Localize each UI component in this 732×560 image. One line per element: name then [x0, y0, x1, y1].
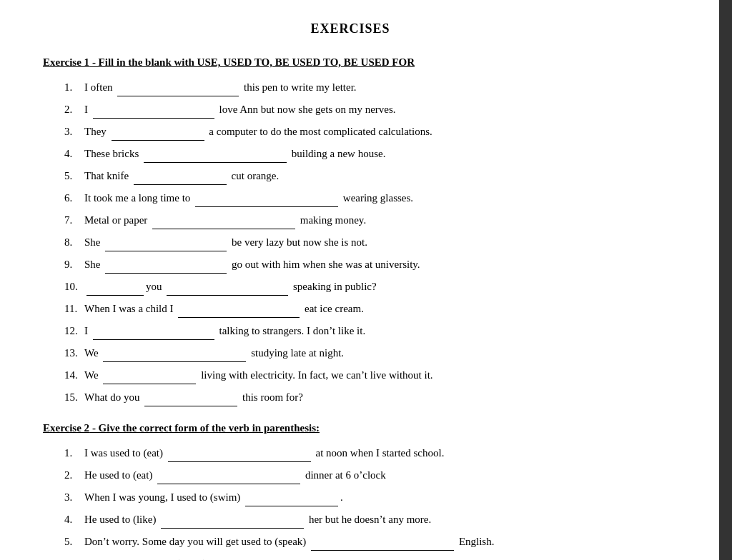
- item-num: 13.: [64, 344, 84, 361]
- list-item: 8.She be very lazy but now she is not.: [64, 234, 658, 251]
- item-num: 4.: [64, 145, 84, 162]
- item-num: 1.: [64, 79, 84, 96]
- list-item: 5.Don’t worry. Some day you will get use…: [64, 533, 658, 551]
- blank-field[interactable]: [93, 322, 214, 340]
- blank-field[interactable]: [212, 555, 305, 560]
- item-num: 15.: [64, 389, 84, 406]
- list-item: 4.These bricks building a new house.: [64, 145, 658, 163]
- blank-field[interactable]: [105, 256, 227, 274]
- blank-field[interactable]: [152, 211, 295, 229]
- exercise2-instruction: - Give the correct form of the verb in p…: [89, 422, 320, 434]
- blank-field[interactable]: [117, 79, 239, 96]
- list-item: 4.He used to (like) her but he doesn’t a…: [64, 511, 658, 529]
- list-item: 11.When I was a child I eat ice cream.: [64, 300, 658, 318]
- exercise1-label: Exercise 1: [43, 56, 89, 68]
- blank-field[interactable]: [144, 145, 287, 163]
- list-item: 1.I was used to (eat) at noon when I sta…: [64, 444, 658, 462]
- blank-field[interactable]: [86, 278, 144, 296]
- blank-field[interactable]: [105, 234, 227, 251]
- item-num: 11.: [64, 300, 84, 317]
- exercise1-list: 1.I often this pen to write my letter. 2…: [64, 79, 658, 406]
- list-item: 2.He used to (eat) dinner at 6 o’clock: [64, 466, 658, 484]
- exercise1-title: Exercise 1 - Fill in the blank with USE,…: [43, 56, 658, 69]
- item-num: 6.: [64, 189, 84, 206]
- list-item: 6.It took me a long time to wearing glas…: [64, 189, 658, 207]
- blank-field[interactable]: [161, 511, 304, 529]
- list-item: 9.She go out with him when she was at un…: [64, 256, 658, 274]
- blank-field[interactable]: [103, 366, 196, 384]
- list-item: 10. you speaking in public?: [64, 278, 658, 296]
- exercise1-section: Exercise 1 - Fill in the blank with USE,…: [43, 56, 658, 406]
- list-item: 7.Metal or paper making money.: [64, 211, 658, 229]
- item-num: 7.: [64, 211, 84, 229]
- item-num: 6.: [64, 555, 84, 560]
- list-item: 14.We living with electricity. In fact, …: [64, 366, 658, 384]
- item-num: 12.: [64, 322, 84, 339]
- item-num: 2.: [64, 101, 84, 118]
- item-num: 1.: [64, 444, 84, 461]
- blank-field[interactable]: [311, 533, 454, 551]
- item-num: 3.: [64, 489, 84, 506]
- item-num: 9.: [64, 256, 84, 273]
- item-num: 2.: [64, 466, 84, 484]
- blank-field[interactable]: [168, 444, 311, 462]
- list-item: 12.I talking to strangers. I don’t like …: [64, 322, 658, 340]
- item-num: 5.: [64, 167, 84, 184]
- item-num: 5.: [64, 533, 84, 550]
- item-num: 14.: [64, 366, 84, 384]
- item-num: 8.: [64, 234, 84, 251]
- list-item: 5.That knife cut orange.: [64, 167, 658, 185]
- list-item: 6.She can’t get used to (study) .: [64, 555, 658, 560]
- blank-field[interactable]: [245, 489, 338, 506]
- blank-field[interactable]: [134, 167, 227, 185]
- list-item: 2.I love Ann but now she gets on my nerv…: [64, 101, 658, 119]
- list-item: 15.What do you this room for?: [64, 389, 658, 406]
- item-num: 4.: [64, 511, 84, 528]
- item-num: 3.: [64, 123, 84, 140]
- blank-field[interactable]: [195, 189, 338, 207]
- blank-field[interactable]: [112, 123, 204, 141]
- blank-field[interactable]: [93, 101, 214, 119]
- exercise1-instruction: - Fill in the blank with USE, USED TO, B…: [89, 56, 415, 68]
- exercise2-list: 1.I was used to (eat) at noon when I sta…: [64, 444, 658, 560]
- exercise2-section: Exercise 2 - Give the correct form of th…: [43, 422, 658, 560]
- list-item: 3.They a computer to do the most complic…: [64, 123, 658, 141]
- blank-field[interactable]: [144, 389, 237, 406]
- list-item: 1.I often this pen to write my letter.: [64, 79, 658, 96]
- list-item: 13.We studying late at night.: [64, 344, 658, 362]
- blank-field[interactable]: [178, 300, 300, 318]
- blank-field[interactable]: [103, 344, 246, 362]
- exercise2-label: Exercise 2: [43, 422, 89, 434]
- exercise2-title: Exercise 2 - Give the correct form of th…: [43, 422, 658, 434]
- item-num: 10.: [64, 278, 84, 295]
- blank-field[interactable]: [167, 278, 288, 296]
- page-title: EXERCISES: [43, 21, 658, 36]
- blank-field[interactable]: [157, 466, 300, 484]
- list-item: 3.When I was young, I used to (swim) .: [64, 489, 658, 506]
